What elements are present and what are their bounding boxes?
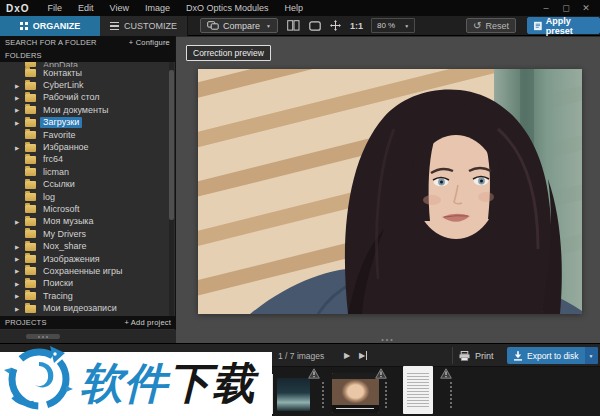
menu-help[interactable]: Help — [277, 3, 312, 13]
image-counter: 1 / 7 images — [278, 351, 324, 361]
thumbnail-landscape[interactable] — [277, 378, 310, 411]
folder-label: CyberLink — [40, 80, 87, 91]
folder-expand-icon[interactable]: ▶ — [15, 107, 25, 113]
folder-label: Избранное — [40, 142, 92, 153]
export-download-icon — [513, 351, 523, 361]
pan-tool-button[interactable] — [330, 20, 341, 31]
export-label: Export to disk — [527, 351, 579, 361]
folder-row-14[interactable]: ▶ Nox_share — [0, 240, 168, 252]
folder-row-8[interactable]: ▶ licman — [0, 166, 168, 178]
folder-label: Nox_share — [40, 241, 90, 252]
tab-organize[interactable]: ORGANIZE — [0, 16, 100, 36]
compare-caret-icon: ▼ — [266, 23, 271, 29]
zoom-1-1-button[interactable]: 1:1 — [350, 21, 363, 31]
folder-icon — [25, 94, 36, 102]
folder-row-2[interactable]: ▶ Рабочий стол — [0, 92, 168, 104]
folder-row-19[interactable]: ▶ Мои видеозаписи — [0, 302, 168, 314]
zoom-level-value: 80 % — [377, 21, 395, 30]
zoom-level-select[interactable]: 80 % ▼ — [371, 18, 415, 33]
reset-button[interactable]: ↺ Reset — [466, 18, 516, 33]
printer-icon — [459, 351, 470, 361]
skip-to-end-icon[interactable]: ▶ — [359, 351, 367, 360]
folder-expand-icon[interactable]: ▶ — [15, 293, 25, 299]
folder-row-0[interactable]: ▶ Контакты — [0, 67, 168, 79]
menu-dxo-optics-modules[interactable]: DxO Optics Modules — [178, 3, 277, 13]
folders-title: FOLDERS — [5, 51, 42, 60]
dxo-logo: DxO — [0, 3, 40, 14]
folder-label: Microsoft — [40, 204, 83, 215]
scrollbar-thumb[interactable] — [169, 70, 174, 220]
folder-icon — [25, 193, 36, 201]
watermark-banner: 软件下载 — [0, 352, 272, 416]
folder-icon — [25, 181, 36, 189]
folder-row-15[interactable]: ▶ Изображения — [0, 253, 168, 265]
folder-expand-icon[interactable]: ▶ — [15, 281, 25, 287]
folder-expand-icon[interactable]: ▶ — [15, 256, 25, 262]
folder-row-5[interactable]: ▶ Favorite — [0, 129, 168, 141]
folder-expand-icon[interactable]: ▶ — [15, 244, 25, 250]
minimize-button[interactable]: – — [536, 0, 556, 16]
maximize-button[interactable]: ◻ — [556, 0, 576, 16]
thumbnail-document[interactable] — [403, 366, 433, 414]
close-button[interactable]: ✕ — [576, 0, 596, 16]
folder-icon — [25, 243, 36, 251]
dragon-logo-icon — [2, 340, 76, 414]
folder-icon — [25, 205, 36, 213]
menu-edit[interactable]: Edit — [70, 3, 102, 13]
folder-icon — [25, 119, 36, 127]
folder-row-7[interactable]: ▶ frc64 — [0, 154, 168, 166]
folder-row-13[interactable]: ▶ My Drivers — [0, 228, 168, 240]
folder-row-12[interactable]: ▶ Моя музыка — [0, 216, 168, 228]
folders-vertical-scrollbar[interactable] — [169, 62, 174, 316]
folder-icon — [25, 131, 36, 139]
play-icon[interactable]: ▶ — [344, 351, 350, 360]
folder-expand-icon[interactable]: ▶ — [15, 219, 25, 225]
preset-icon — [534, 21, 542, 31]
folder-row-11[interactable]: ▶ Microsoft — [0, 203, 168, 215]
folder-row-3[interactable]: ▶ Мои документы — [0, 104, 168, 116]
titlebar: DxO File Edit View Image DxO Optics Modu… — [0, 0, 600, 16]
folder-expand-icon[interactable]: ▶ — [15, 120, 25, 126]
compare-button[interactable]: Compare ▼ — [200, 18, 278, 33]
reset-icon: ↺ — [473, 21, 481, 31]
folder-expand-icon[interactable]: ▶ — [15, 306, 25, 312]
scrollbar-thumb[interactable] — [26, 334, 60, 339]
folder-expand-icon[interactable]: ▶ — [15, 268, 25, 274]
watermark-text-black: 下载 — [168, 358, 256, 408]
thumbnail-portrait-man[interactable] — [332, 373, 379, 413]
add-project-link[interactable]: + Add project — [124, 318, 171, 327]
menu-view[interactable]: View — [102, 3, 137, 13]
folder-expand-icon[interactable]: ▶ — [15, 83, 25, 89]
folder-row-6[interactable]: ▶ Избранное — [0, 141, 168, 153]
folder-label: Рабочий стол — [40, 92, 103, 103]
fit-view-button[interactable] — [309, 21, 321, 31]
folder-expand-icon[interactable]: ▶ — [15, 95, 25, 101]
compare-label: Compare — [223, 21, 260, 31]
panel-splitter-grip[interactable]: ••• — [381, 337, 394, 342]
menu-image[interactable]: Image — [137, 3, 178, 13]
warning-icon — [440, 368, 452, 379]
folder-label: Контакты — [40, 68, 85, 79]
apply-preset-button[interactable]: Apply preset — [527, 17, 600, 34]
configure-link[interactable]: + Configure — [129, 38, 170, 47]
tab-customize[interactable]: CUSTOMIZE — [100, 16, 188, 36]
reset-label: Reset — [485, 21, 509, 31]
folder-row-9[interactable]: ▶ Ссылки — [0, 179, 168, 191]
folder-label: Ссылки — [40, 179, 78, 190]
folder-row-18[interactable]: ▶ Tracing — [0, 290, 168, 302]
folder-label: Мои видеозаписи — [40, 303, 120, 314]
folder-row-1[interactable]: ▶ CyberLink — [0, 79, 168, 91]
export-caret-icon[interactable]: ▼ — [585, 347, 598, 364]
side-by-side-view-button[interactable] — [287, 20, 300, 31]
folder-row-17[interactable]: ▶ Поиски — [0, 278, 168, 290]
menu-file[interactable]: File — [40, 3, 71, 13]
print-button[interactable]: Print — [459, 348, 494, 364]
export-to-disk-button[interactable]: Export to disk ▼ — [507, 347, 598, 364]
folder-icon — [25, 292, 36, 300]
folder-row-4[interactable]: ▶ Загрузки — [0, 117, 168, 129]
folder-expand-icon[interactable]: ▶ — [15, 145, 25, 151]
folder-row-16[interactable]: ▶ Сохраненные игры — [0, 265, 168, 277]
folder-icon — [25, 168, 36, 176]
folder-row-10[interactable]: ▶ log — [0, 191, 168, 203]
customize-sliders-icon — [110, 22, 119, 30]
